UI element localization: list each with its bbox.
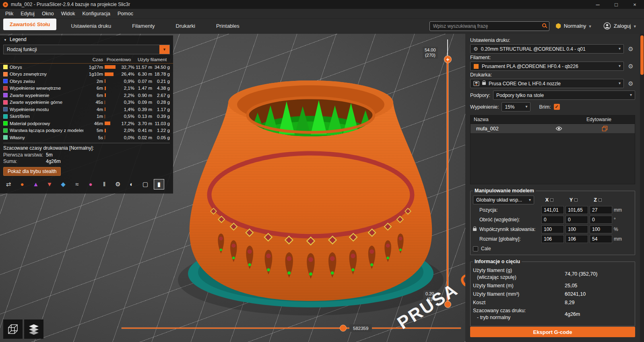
slicing-info-row: Użyty filament (mm³) 60241,10: [473, 291, 632, 298]
supports-label: Podpory:: [470, 93, 490, 98]
z-input[interactable]: 27: [590, 206, 612, 214]
x-input[interactable]: 100: [541, 225, 564, 233]
preview-toolbar-icon[interactable]: ▢: [140, 179, 151, 190]
coord-system-select[interactable]: Globalny układ wsp...: [473, 196, 534, 204]
filament-gear-button[interactable]: ⚙: [626, 62, 635, 71]
close-button[interactable]: ×: [625, 0, 644, 9]
titlebar: mufa_002 - PrusaSlicer-2.9.4 bazuje na p…: [0, 0, 644, 9]
menu-item[interactable]: Okno: [38, 9, 58, 19]
preview-toolbar-icon[interactable]: ▮: [154, 179, 164, 190]
eye-icon[interactable]: [555, 126, 562, 131]
menubar: PlikEdytujOknoWidokKonfiguracjaPomoc: [0, 9, 644, 19]
inches-checkbox[interactable]: [473, 246, 478, 251]
editor-view-button[interactable]: [3, 319, 23, 339]
supports-select[interactable]: Podpory tylko na stole: [493, 91, 635, 100]
collapse-icon[interactable]: [4, 37, 7, 42]
y-input[interactable]: 0: [566, 216, 588, 224]
tabbar: Zawartość StołuUstawienia drukuFilamenty…: [0, 19, 644, 33]
printer-gear-button[interactable]: ⚙: [626, 79, 635, 88]
printable-toggle-icon[interactable]: [574, 126, 635, 132]
3d-viewport[interactable]: Legend Rodzaj funkcji Czas Procentowo Uż…: [0, 34, 465, 342]
legend-table: Obrys 1g27m 32,7% 11.57 m 34.50 g Obrys …: [0, 64, 173, 141]
tab[interactable]: Printables: [206, 19, 250, 33]
axis-checkbox[interactable]: [574, 198, 578, 202]
show-stealth-button[interactable]: Pokaż dla trybu stealth: [3, 167, 61, 176]
layer-top-label: 54.00 (270): [423, 47, 438, 59]
menu-item[interactable]: Edytuj: [17, 9, 38, 19]
mode-selector[interactable]: Normalny: [556, 23, 591, 29]
infill-select[interactable]: 15%: [502, 102, 530, 111]
axis-checkbox[interactable]: [599, 198, 602, 202]
search-input[interactable]: [429, 21, 549, 31]
preview-toolbar-icon[interactable]: ▲: [31, 179, 41, 190]
printer-select[interactable]: Prusa CORE One L HF0.4 nozzle: [470, 79, 624, 88]
z-input[interactable]: 0: [590, 216, 612, 224]
prusaslicer-window: mufa_002 - PrusaSlicer-2.9.4 bazuje na p…: [0, 0, 644, 342]
filament-color-swatch: [473, 64, 479, 69]
mode-label: Normalny: [564, 23, 586, 29]
menu-item[interactable]: Widok: [58, 9, 79, 19]
layer-slider[interactable]: 54.00 (270) 0.20 (1): [444, 39, 452, 310]
manipulation-row: Obróć (względnie): 0 0 0 °: [473, 216, 632, 224]
percent-bar: [105, 65, 116, 69]
legend-row: Obrys zewnętrzny 1g10m 26,4% 6.30 m 18.7…: [0, 71, 173, 78]
menu-item[interactable]: Pomoc: [114, 9, 137, 19]
maximize-button[interactable]: □: [607, 0, 625, 9]
feature-color-swatch: [3, 135, 8, 140]
filament-label: Filament:: [470, 55, 635, 60]
dropdown-arrow-icon[interactable]: [159, 45, 169, 54]
legend-title: Legend: [10, 37, 27, 42]
preview-toolbar-icon[interactable]: ●: [85, 179, 96, 190]
print-settings-gear-button[interactable]: ⚙: [626, 45, 635, 54]
brim-checkbox[interactable]: [554, 104, 560, 110]
manipulation-row: Pozycja: 141,01 101,65 27 mm: [473, 206, 632, 214]
export-gcode-button[interactable]: Eksport G-code: [470, 327, 635, 337]
slicing-info-row: Użyty filament (g)(wliczając szpulę) 74,…: [473, 267, 632, 281]
preview-toolbar-icon[interactable]: ▼: [44, 179, 55, 190]
x-input[interactable]: 141,01: [541, 206, 564, 214]
preview-toolbar-icon[interactable]: ‖: [99, 179, 109, 190]
y-input[interactable]: 101,65: [566, 206, 588, 214]
login-button[interactable]: Zaloguj: [603, 22, 636, 30]
y-input[interactable]: 106: [566, 235, 588, 243]
search-icon[interactable]: [542, 23, 546, 27]
axis-checkbox[interactable]: [550, 198, 553, 202]
x-input[interactable]: 106: [541, 235, 564, 243]
minimize-button[interactable]: ─: [588, 0, 607, 9]
first-layer-value: 5m: [46, 152, 53, 158]
menu-item[interactable]: Konfiguracja: [79, 9, 114, 19]
scrollbar-thumb[interactable]: [640, 35, 644, 75]
printer-icon: [473, 81, 479, 86]
sidebar-scrollbar[interactable]: [640, 34, 644, 342]
preview-toolbar-icon[interactable]: ◐: [126, 179, 137, 190]
filament-select[interactable]: Prusament PLA @COREONE HF0.4 - qb226: [470, 62, 624, 71]
preview-toolbar-icon[interactable]: ≈: [72, 179, 82, 190]
print-settings-select[interactable]: ⚙ 0.20mm STRUCTURAL @COREONEL 0.4 - q01: [470, 44, 624, 54]
z-input[interactable]: 54: [590, 235, 612, 243]
object-row[interactable]: mufa_002: [471, 124, 635, 133]
manipulation-title: Manipulowanie modelem: [473, 188, 536, 194]
y-input[interactable]: 100: [566, 225, 588, 233]
scale-lock-icon[interactable]: [473, 228, 477, 231]
view-mode-select[interactable]: Rodzaj funkcji: [3, 45, 170, 54]
z-input[interactable]: 100: [590, 225, 612, 233]
preview-toolbar-icon[interactable]: ●: [17, 179, 27, 190]
percent-bar: [105, 136, 105, 139]
moves-slider-handle[interactable]: [340, 325, 347, 332]
tab[interactable]: Ustawienia druku: [60, 19, 122, 33]
slicing-info-panel: Informacje o cięciu Użyty filament (g)(w…: [470, 259, 635, 326]
preview-view-button[interactable]: [24, 319, 43, 339]
tab[interactable]: Drukarki: [165, 19, 206, 33]
tab[interactable]: Filamenty: [122, 19, 165, 33]
preview-toolbar-icon[interactable]: ⇄: [3, 179, 14, 190]
object-list: Nazwa Edytowanie mufa_002: [470, 115, 635, 184]
legend-row: Obrys 1g27m 32,7% 11.57 m 34.50 g: [0, 64, 173, 71]
x-input[interactable]: 0: [541, 216, 564, 224]
user-icon: [603, 22, 611, 30]
menu-item[interactable]: Plik: [2, 9, 17, 19]
tab[interactable]: Zawartość Stołu: [3, 19, 56, 30]
preview-toolbar-icon[interactable]: ⚙: [113, 179, 123, 190]
layer-slider-track[interactable]: [447, 58, 448, 306]
layer-slider-top-handle[interactable]: [444, 56, 452, 63]
preview-toolbar-icon[interactable]: ◆: [58, 179, 68, 190]
